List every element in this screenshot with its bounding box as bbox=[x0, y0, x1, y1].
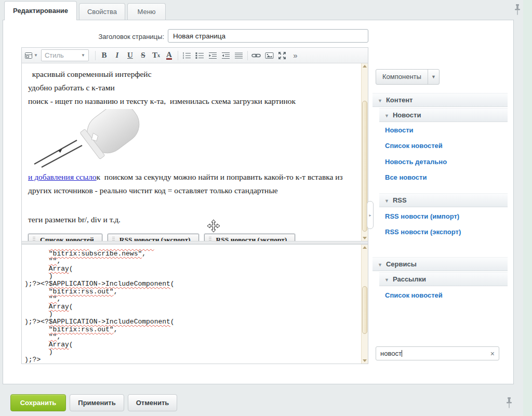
page-title-input[interactable] bbox=[168, 29, 368, 43]
code-line: ) bbox=[24, 311, 357, 318]
section-news[interactable]: ▼Новости bbox=[379, 108, 508, 122]
toolbar-separator bbox=[247, 51, 248, 60]
style-dropdown[interactable]: Стиль ▼ bbox=[41, 49, 89, 61]
sidebar-link-all-news[interactable]: Все новости bbox=[385, 173, 427, 181]
bold-button[interactable]: B bbox=[98, 49, 111, 62]
page-title-label: Заголовок страницы: bbox=[19, 33, 164, 41]
text-color-button[interactable]: A bbox=[163, 49, 176, 62]
triangle-down-icon: ▼ bbox=[384, 198, 389, 204]
editor-paragraph: теги разметки br/, div и т.д. bbox=[28, 213, 355, 226]
components-dropdown-button[interactable]: Компоненты ▼ bbox=[376, 69, 440, 85]
section-label: Новости bbox=[393, 111, 421, 119]
drag-grip-icon bbox=[112, 237, 115, 241]
component-label: Список новостей bbox=[40, 236, 94, 241]
ordered-list-button[interactable] bbox=[180, 49, 193, 62]
code-line: );?><?$APPLICATION->IncludeComponent( bbox=[24, 280, 357, 288]
unordered-list-button[interactable] bbox=[193, 49, 206, 62]
section-label: RSS bbox=[393, 196, 407, 204]
save-button[interactable]: Сохранить bbox=[10, 394, 66, 411]
code-line: "bitrix:rss.out", bbox=[24, 326, 357, 334]
text-color-a: A bbox=[166, 51, 172, 60]
search-value: новост bbox=[380, 350, 490, 357]
editor-inline-link[interactable]: и добавления ссыло bbox=[28, 172, 97, 181]
editor-content-area[interactable]: красивый современный интерфейс удобно ра… bbox=[22, 63, 368, 241]
scroll-down-arrow-icon[interactable] bbox=[363, 237, 367, 239]
component-rss-export-1[interactable]: RSS новости (экспорт) bbox=[108, 234, 199, 241]
code-line: );?> bbox=[24, 356, 357, 364]
component-rss-export-2[interactable]: RSS новости (экспорт) bbox=[204, 234, 296, 241]
drag-grip-icon bbox=[209, 237, 211, 241]
fullscreen-icon bbox=[278, 51, 286, 60]
underline-button[interactable]: U bbox=[124, 49, 137, 62]
italic-button[interactable]: I bbox=[111, 49, 124, 62]
code-line: "bitrix:subscribe.news", bbox=[24, 250, 357, 258]
code-line: "", bbox=[24, 296, 357, 303]
section-mailing[interactable]: ▼Рассылки bbox=[379, 272, 508, 286]
editor-toolbar: ▼ Стиль ▼ B I U S Tx A bbox=[22, 48, 368, 63]
sidebar-link-news-list[interactable]: Список новостей bbox=[385, 142, 443, 150]
scroll-up-arrow-icon[interactable] bbox=[363, 246, 367, 249]
apply-button[interactable]: Применить bbox=[70, 394, 124, 411]
pin-icon[interactable] bbox=[506, 397, 513, 409]
code-line: ) bbox=[24, 273, 357, 280]
image-icon bbox=[265, 52, 274, 59]
tab-editing[interactable]: Редактирование bbox=[4, 1, 77, 20]
sidebar-link-rss-export[interactable]: RSS новости (экспорт) bbox=[385, 228, 461, 236]
justify-button[interactable] bbox=[232, 49, 245, 62]
remove-format-button[interactable]: Tx bbox=[150, 49, 163, 62]
section-label: Рассылки bbox=[393, 275, 426, 283]
pin-icon[interactable] bbox=[514, 4, 521, 16]
strikethrough-button[interactable]: S bbox=[137, 49, 150, 62]
drag-grip-icon bbox=[33, 237, 35, 241]
component-news-list[interactable]: Список новостей bbox=[28, 234, 102, 241]
editor-paragraph: удобно работать с к-тами bbox=[28, 81, 355, 95]
fullscreen-button[interactable] bbox=[276, 49, 289, 62]
scroll-down-arrow-icon[interactable] bbox=[363, 359, 367, 362]
toolbar-more-button[interactable]: » bbox=[289, 49, 302, 62]
link-tail-text: к bbox=[97, 172, 101, 181]
chevron-down-icon: ▼ bbox=[34, 53, 38, 58]
sidebar-link-news[interactable]: Новости bbox=[385, 126, 414, 134]
components-button-label: Компоненты bbox=[376, 70, 428, 84]
style-dropdown-label: Стиль bbox=[45, 51, 80, 59]
page-right-margin bbox=[523, 0, 532, 416]
editor-paragraph: красивый современный интерфейс bbox=[28, 68, 355, 81]
sidebar-link-mailing-news-list[interactable]: Список новостей bbox=[385, 291, 443, 299]
code-lines: "bitrix:subscribe.news", "", Array( ));?… bbox=[24, 245, 357, 364]
code-editor-area[interactable]: "bitrix:subscribe.news", "", Array( ));?… bbox=[22, 245, 368, 364]
section-label: Сервисы bbox=[386, 260, 417, 268]
code-line: "", bbox=[24, 258, 357, 265]
insert-link-button[interactable] bbox=[250, 49, 263, 62]
outdent-button[interactable] bbox=[219, 49, 232, 62]
editor-code-splitter[interactable] bbox=[22, 241, 368, 245]
led-image[interactable] bbox=[29, 109, 150, 168]
section-services[interactable]: ▼Сервисы bbox=[373, 257, 508, 271]
sidebar-link-rss-import[interactable]: RSS новости (импорт) bbox=[385, 212, 459, 220]
section-content[interactable]: ▼Контент bbox=[373, 93, 508, 107]
link-icon bbox=[251, 52, 261, 59]
components-panel-button[interactable]: ▼ bbox=[24, 49, 38, 62]
component-label: RSS новости (экспорт) bbox=[119, 236, 191, 241]
triangle-down-icon: ▼ bbox=[378, 262, 382, 267]
toolbar-separator bbox=[178, 51, 178, 60]
code-scrollbar[interactable] bbox=[361, 245, 368, 364]
scrollbar-thumb[interactable] bbox=[362, 286, 367, 334]
components-sidebar: Компоненты ▼ ▼Контент ▼Новости Новости С… bbox=[373, 64, 508, 364]
remove-format-t: T bbox=[152, 51, 157, 60]
tab-menu[interactable]: Меню bbox=[127, 3, 166, 20]
sidebar-link-news-detail[interactable]: Новость детально bbox=[385, 158, 447, 166]
code-line: "", bbox=[24, 333, 357, 341]
tab-properties[interactable]: Свойства bbox=[79, 3, 125, 20]
triangle-down-icon: ▼ bbox=[384, 277, 389, 283]
scroll-up-arrow-icon[interactable] bbox=[363, 65, 367, 68]
component-search-input[interactable]: новост × bbox=[376, 346, 499, 360]
insert-image-button[interactable] bbox=[263, 49, 276, 62]
code-line: Array( bbox=[24, 265, 357, 273]
section-rss[interactable]: ▼RSS bbox=[379, 193, 508, 207]
chevron-down-icon[interactable]: ▼ bbox=[428, 70, 439, 84]
triangle-down-icon: ▼ bbox=[384, 113, 389, 118]
cancel-button[interactable]: Отменить bbox=[128, 394, 177, 411]
sidebar-collapse-handle[interactable]: ► bbox=[367, 201, 374, 229]
clear-search-icon[interactable]: × bbox=[490, 350, 495, 357]
indent-button[interactable] bbox=[206, 49, 219, 62]
